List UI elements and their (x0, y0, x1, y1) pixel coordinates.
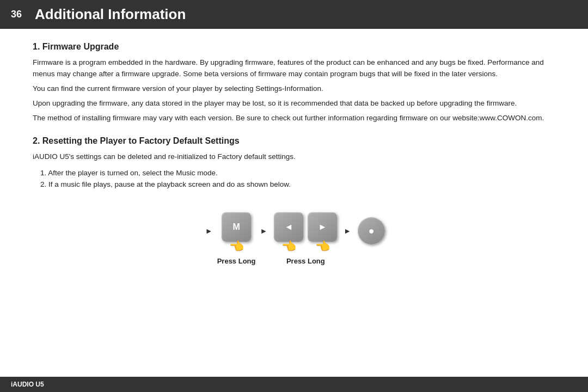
step-1: 1. After the player is turned on, select… (40, 167, 555, 179)
lr-btn-row: ◄ 👈 ► 👈 (272, 212, 339, 242)
hand-cursor-1-icon: 👈 (229, 240, 244, 254)
press-long-label-2: Press Long (286, 257, 325, 265)
arrow-2-icon: ► (260, 226, 267, 235)
firmware-para-4: The method of installing firmware may va… (33, 113, 555, 124)
hold-button[interactable]: ● (358, 217, 385, 244)
diagram-area: ► M 👈 Press Long ► ◄ 👈 (33, 212, 555, 265)
content-area: 1. Firmware Upgrade Firmware is a progra… (0, 29, 588, 276)
page-number: 36 (0, 9, 33, 20)
left-button[interactable]: ◄ 👈 (274, 212, 303, 242)
footer-label: iAUDIO U5 (11, 381, 44, 388)
arrow-1-icon: ► (205, 226, 213, 235)
reset-steps: 1. After the player is turned on, select… (40, 167, 555, 191)
right-button[interactable]: ► 👈 (308, 212, 337, 242)
right-button-label: ► (318, 222, 327, 232)
left-button-label: ◄ (284, 222, 293, 232)
page-header: 36 Additional Information (0, 0, 588, 29)
hold-button-icon: ● (369, 225, 375, 237)
section-1-heading: 1. Firmware Upgrade (33, 42, 555, 52)
group-2: ◄ 👈 ► 👈 Press Long (272, 212, 339, 265)
arrow-3-icon: ► (344, 226, 351, 235)
section-2-heading: 2. Resetting the Player to Factory Defau… (33, 136, 555, 146)
reset-intro: iAUDIO U5's settings can be deleted and … (33, 151, 555, 163)
footer: iAUDIO U5 (0, 377, 588, 392)
page-title: Additional Information (33, 6, 186, 23)
hand-cursor-2-icon: 👈 (281, 240, 296, 254)
section-firmware: 1. Firmware Upgrade Firmware is a progra… (33, 42, 555, 124)
m-button-label: M (232, 222, 240, 232)
m-button[interactable]: M 👈 (222, 212, 251, 242)
step-2: 2. If a music file plays, pause at the p… (40, 179, 555, 191)
m-btn-row: M 👈 (219, 212, 253, 242)
hand-cursor-3-icon: 👈 (315, 240, 330, 254)
firmware-para-2: You can find the current firmware versio… (33, 83, 555, 95)
press-long-label-1: Press Long (217, 257, 256, 265)
section-reset: 2. Resetting the Player to Factory Defau… (33, 136, 555, 191)
firmware-para-1: Firmware is a program embedded in the ha… (33, 57, 555, 80)
group-1: M 👈 Press Long (217, 212, 256, 265)
circle-btn-wrapper: ● (356, 217, 387, 244)
firmware-para-3: Upon upgrading the firmware, any data st… (33, 98, 555, 109)
